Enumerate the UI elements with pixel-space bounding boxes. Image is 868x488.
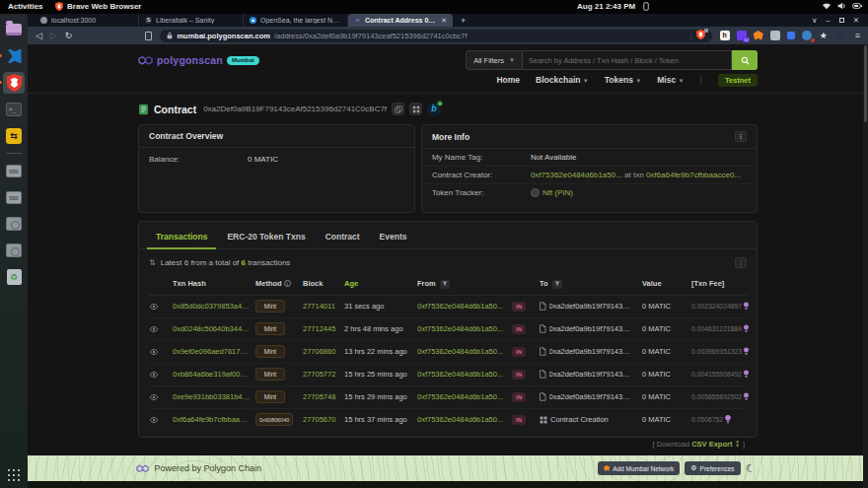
trash-icon[interactable]: ♻ (3, 266, 25, 288)
to-address[interactable]: 0xa2def0a9b19f79143ce... (540, 302, 642, 311)
preferences-button[interactable]: ⚙Preferences (685, 461, 740, 475)
nav-tokens[interactable]: Tokens ▼ (605, 75, 641, 85)
add-mumbai-network-button[interactable]: Add Mumbai Network (598, 461, 680, 475)
to-address[interactable]: 0xa2def0a9b19f79143ce... (540, 392, 642, 401)
tx-preview-eye-button[interactable] (149, 371, 159, 379)
forward-button[interactable]: ▷ (50, 32, 57, 40)
info-icon[interactable]: i (284, 280, 291, 287)
tab-events[interactable]: Events (371, 228, 416, 248)
gas-bulb-icon[interactable] (744, 370, 749, 379)
disk-drive-icon[interactable] (3, 240, 25, 261)
files-icon[interactable] (3, 19, 25, 40)
from-address-link[interactable]: 0xf75362e0484d6b1a50... (417, 370, 512, 379)
show-applications-icon[interactable] (3, 460, 25, 482)
from-address-link[interactable]: 0xf75362e0484d6b1a50... (417, 415, 512, 424)
tab-opensea[interactable]: ▲ OpenSea, the largest NFT mar (244, 14, 348, 27)
reload-button[interactable]: ↻ (65, 32, 73, 40)
block-link[interactable]: 27712445 (303, 324, 344, 333)
disk-drive-icon[interactable] (3, 213, 25, 235)
from-address-link[interactable]: 0xf75362e0484d6b1a50... (417, 392, 512, 401)
txn-hash-link[interactable]: 0x85d0dc0379853a4921... (173, 302, 255, 311)
from-address-link[interactable]: 0xf75362e0484d6b1a50... (417, 347, 512, 356)
window-minimize-button[interactable]: – (827, 16, 831, 25)
blockscan-chat-button[interactable]: b (427, 103, 441, 116)
power-icon[interactable] (852, 2, 863, 10)
window-maximize-button[interactable] (839, 18, 844, 23)
search-input[interactable] (523, 50, 732, 70)
ssd-drive-icon[interactable]: SSD (3, 160, 25, 181)
vscode-icon[interactable] (3, 45, 25, 67)
terminal-icon[interactable]: >_ (3, 99, 25, 120)
polygonscan-logo[interactable]: polygonscan Mumbai (138, 54, 259, 66)
extension-blue-icon[interactable] (787, 32, 795, 39)
tx-preview-eye-button[interactable] (149, 393, 159, 401)
from-address-link[interactable]: 0xf75362e0484d6b1a50... (417, 302, 512, 311)
brave-icon[interactable] (3, 72, 25, 94)
tab-erc20-token-txns[interactable]: ERC-20 Token Txns (218, 228, 314, 248)
to-address[interactable]: 0xa2def0a9b19f79143ce... (540, 324, 642, 333)
block-link[interactable]: 27705670 (303, 415, 344, 424)
sort-icon[interactable]: ⇅ (149, 258, 156, 267)
search-filters-dropdown[interactable]: All Filters ▼ (466, 50, 523, 70)
to-address[interactable]: 0xa2def0a9b19f79143ce... (540, 347, 642, 356)
testnet-network-button[interactable]: Testnet (718, 74, 758, 87)
volume-icon[interactable] (837, 2, 846, 10)
address-bar[interactable]: mumbai.polygonscan.com /address/0xa2def0… (160, 30, 711, 42)
extension-profile-icon[interactable] (802, 31, 812, 40)
tx-preview-eye-button[interactable] (149, 325, 159, 333)
new-tab-button[interactable]: + (453, 14, 473, 27)
gas-bulb-icon[interactable] (725, 415, 731, 424)
nav-blockchain[interactable]: Blockchain ▼ (536, 75, 589, 85)
extension-gray-icon[interactable] (770, 31, 780, 40)
block-link[interactable]: 27706860 (303, 347, 344, 356)
tx-preview-eye-button[interactable] (149, 303, 159, 311)
browser-menu-button[interactable]: ≡ (853, 31, 860, 40)
focused-app-indicator[interactable]: Brave Web Browser (55, 2, 141, 11)
scrollbar-thumb[interactable] (864, 45, 867, 122)
block-link[interactable]: 27705748 (303, 392, 344, 401)
to-address[interactable]: 0xa2def0a9b19f79143ce... (540, 370, 642, 379)
txn-hash-link[interactable]: 0xd0248c50640b34445e... (173, 324, 255, 333)
activities-button[interactable]: Activities (8, 2, 43, 11)
search-button[interactable] (732, 50, 758, 70)
notification-icon[interactable] (643, 2, 649, 11)
txn-hash-link[interactable]: 0x9ef0e096aed7617e49... (173, 347, 255, 356)
arrows-app-icon[interactable]: ⇆ (3, 125, 25, 147)
extension-metamask-icon[interactable] (754, 31, 763, 40)
tab-sanity[interactable]: S Liberaltalk – Sanity (139, 14, 244, 27)
txn-hash-link[interactable]: 0xe9e931bb03381b4473... (173, 392, 255, 401)
filter-icon[interactable] (440, 280, 450, 289)
wifi-icon[interactable] (822, 2, 832, 10)
csv-export-link[interactable]: CSV Export (691, 440, 732, 449)
gas-bulb-icon[interactable] (744, 324, 749, 333)
creation-txn-link[interactable]: 0xf6a64fe9b7cfbbaacce0... (646, 171, 741, 179)
extension-star-icon[interactable]: ★ (819, 31, 829, 40)
tx-preview-eye-button[interactable] (149, 348, 159, 356)
creator-address-link[interactable]: 0xf75362e0484d6b1a50... (531, 171, 622, 179)
tab-close-icon[interactable]: ✕ (441, 17, 447, 25)
nav-home[interactable]: Home (496, 75, 520, 85)
tab-transactions[interactable]: Transactions (147, 228, 216, 249)
page-scrollbar[interactable] (863, 44, 868, 488)
token-tracker-link[interactable]: Nft (PIN) (542, 188, 573, 197)
dark-mode-toggle[interactable]: ☾ (746, 462, 756, 475)
window-close-button[interactable]: ✕ (853, 16, 859, 25)
tab-contract[interactable]: Contract (317, 228, 369, 248)
block-link[interactable]: 27714011 (303, 302, 344, 311)
txn-hash-link[interactable]: 0xb864a6be319af006b6... (173, 370, 255, 379)
tab-localhost[interactable]: localhost:3000 (35, 14, 139, 27)
filter-icon[interactable] (552, 280, 562, 289)
gas-bulb-icon[interactable] (744, 302, 749, 311)
block-link[interactable]: 27705772 (303, 370, 344, 379)
clock[interactable]: Aug 21 2:43 PM (577, 2, 635, 11)
copy-address-button[interactable] (392, 103, 404, 115)
tab-search-chevron-icon[interactable]: ∨ (812, 16, 818, 25)
ssd-drive-icon[interactable]: SSD (3, 186, 25, 208)
brave-shields-button[interactable] (696, 30, 705, 41)
tab-polygonscan-active[interactable]: ∞ Contract Address 0xa2de ✕ (348, 14, 453, 27)
qr-code-button[interactable] (409, 103, 422, 115)
more-info-menu-button[interactable]: ⋮ (735, 131, 747, 142)
txn-hash-link[interactable]: 0xf6a64fe9b7cfbbaacce0... (173, 415, 255, 424)
nav-misc[interactable]: Misc ▼ (657, 75, 684, 85)
tx-preview-eye-button[interactable] (149, 416, 159, 424)
